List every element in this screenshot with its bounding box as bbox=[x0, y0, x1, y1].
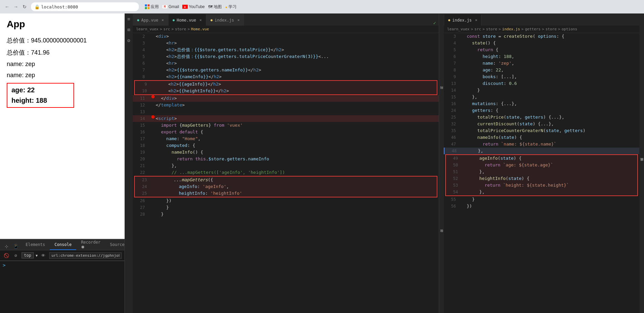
code-line-19: 19 nameInfo() { bbox=[133, 149, 439, 156]
nav-buttons: ← → ↻ bbox=[3, 3, 28, 10]
devtools-toolbar: 🚫 ⊘ top ▼ 👁 bbox=[0, 250, 124, 261]
console-address-input[interactable] bbox=[49, 252, 122, 259]
code-line-27: 27 } bbox=[133, 204, 439, 211]
gmail-label: Gmail bbox=[168, 4, 179, 9]
right-line-50: 50 return `age: ${state.age}` bbox=[446, 162, 637, 168]
right-line-47: 47 return `name: ${state.name}` bbox=[444, 141, 639, 148]
maps-icon: 🗺 bbox=[208, 4, 213, 9]
right-line-9: 9 books: [...], bbox=[444, 73, 639, 80]
right-line-15: 15 }, bbox=[444, 94, 639, 100]
right-line-8: 8 age: 22, bbox=[444, 67, 639, 73]
home-vue-close[interactable]: ✕ bbox=[200, 18, 202, 22]
console-input[interactable] bbox=[7, 263, 122, 268]
sidebar-icon-3[interactable]: ⚙ bbox=[127, 38, 130, 43]
right-line-53: 53 return `height: ${state.height}` bbox=[446, 182, 637, 189]
code-line-26: 26 }) bbox=[133, 197, 439, 204]
index-js-left-close[interactable]: ✕ bbox=[238, 18, 240, 22]
right-line-5: 5 return { bbox=[444, 46, 639, 53]
lock-icon: 🔒 bbox=[34, 4, 40, 9]
clear-console-icon[interactable]: 🚫 bbox=[3, 252, 10, 259]
device-toolbar-icon[interactable]: 📱 bbox=[12, 243, 20, 250]
name-info-2: name: zep bbox=[7, 72, 118, 79]
bookmark-apps[interactable]: 应用 bbox=[145, 4, 159, 10]
height-info: height: 188 bbox=[11, 97, 69, 104]
select-element-icon[interactable]: ⊹ bbox=[3, 243, 10, 250]
total-price-1: 总价值：945.0000000000001 bbox=[7, 36, 118, 44]
refresh-button[interactable]: ↻ bbox=[21, 3, 28, 10]
right-line-46: 46 nameInfo(state) { bbox=[444, 134, 639, 141]
right-editor-tabs: ● index.js ✕ bbox=[444, 13, 639, 26]
main-area: App 总价值：945.0000000000001 总价值：741.96 nam… bbox=[0, 13, 644, 313]
right-line-4: 4 state() { bbox=[444, 40, 639, 46]
learn-label: 学习 bbox=[228, 4, 237, 10]
left-code-editor: ● App.vue ✕ ● Home.vue ✕ ● index.js ✕ ✓ bbox=[133, 13, 439, 313]
breakpoint-14[interactable] bbox=[151, 115, 155, 119]
right-line-51: 51 }, bbox=[446, 168, 637, 175]
tab-recorder[interactable]: Recorder ⏺ bbox=[76, 240, 105, 250]
filter-icon[interactable]: ⊘ bbox=[12, 252, 20, 259]
code-line-25: 25 heightInfo: 'heightInfo' bbox=[135, 190, 437, 197]
app-vue-dot: ● bbox=[137, 18, 139, 22]
preview-panel: App 总价值：945.0000000000001 总价值：741.96 nam… bbox=[0, 13, 125, 313]
code-line-14: 14 <script> bbox=[133, 115, 439, 122]
code-line-24: 24 ageInfo: 'ageInfo', bbox=[135, 183, 437, 190]
code-line-17: 17 name: "Home", bbox=[133, 135, 439, 142]
youtube-label: YouTube bbox=[189, 4, 205, 9]
code-line-7: 7 <h2>{{$store.getters.nameInfo}}</h2> bbox=[133, 67, 439, 73]
code-line-13: 13 bbox=[133, 108, 439, 115]
index-js-right-close[interactable]: ✕ bbox=[475, 18, 478, 22]
maps-label: 地图 bbox=[214, 4, 222, 10]
bookmark-gmail[interactable]: M Gmail bbox=[162, 4, 179, 9]
address-bar[interactable]: 🔒 localhost:8080 bbox=[31, 2, 139, 11]
red-highlight-9-10: 9 <h2>{{ageInfo}}</h2> 10 <h2>{{heightIn… bbox=[134, 80, 437, 95]
code-line-21: 21 }, bbox=[133, 162, 439, 169]
home-vue-dot: ● bbox=[173, 18, 175, 22]
bookmark-maps[interactable]: 🗺 地图 bbox=[208, 4, 222, 10]
forward-button[interactable]: → bbox=[12, 3, 20, 10]
breakpoint-11[interactable] bbox=[151, 95, 155, 98]
app-vue-close[interactable]: ✕ bbox=[162, 18, 164, 22]
console-input-row: > bbox=[0, 261, 124, 269]
code-line-22: 22 // ...mapGetters(['ageInfo', 'heightI… bbox=[133, 169, 439, 176]
code-line-15: 15 import {mapGetters} from 'vuex' bbox=[133, 122, 439, 129]
sidebar-strip: ≡ ⊞ ⚙ bbox=[125, 13, 133, 313]
back-button[interactable]: ← bbox=[3, 3, 11, 10]
code-line-11: 11 </div> bbox=[133, 95, 439, 102]
right-breadcrumb: learn_vuex > src > store > index.js > ge… bbox=[444, 26, 639, 33]
red-box-23-25: 23 ...mapGetters({ 24 ageInfo: 'ageInfo'… bbox=[134, 176, 437, 197]
right-line-13: 13 discount: 0.6 bbox=[444, 80, 639, 87]
tab-index-js-right[interactable]: ● index.js ✕ bbox=[444, 14, 482, 26]
right-line-56: 56 }) bbox=[444, 203, 639, 210]
browser-bar: ← → ↻ 🔒 localhost:8080 应用 M Gmail ▶ YouT… bbox=[0, 0, 644, 13]
top-label[interactable]: top bbox=[22, 252, 34, 258]
youtube-icon: ▶ bbox=[182, 5, 188, 9]
code-line-23: 23 ...mapGetters({ bbox=[135, 177, 437, 183]
bookmark-learn[interactable]: ★ 学习 bbox=[225, 4, 237, 10]
tab-home-vue[interactable]: ● Home.vue ✕ bbox=[168, 14, 206, 26]
right-line-6: 6 height: 188, bbox=[444, 53, 639, 60]
preview-content: App 总价值：945.0000000000001 总价值：741.96 nam… bbox=[0, 13, 124, 239]
code-line-18: 18 computed: { bbox=[133, 142, 439, 149]
apps-label: 应用 bbox=[151, 4, 159, 10]
tab-elements[interactable]: Elements bbox=[21, 240, 50, 250]
right-line-48: 48 }, bbox=[444, 148, 639, 154]
right-code-area[interactable]: 3 const store = createStore( options: { … bbox=[444, 33, 639, 313]
right-line-3: 3 const store = createStore( options: { bbox=[444, 33, 639, 40]
bookmark-youtube[interactable]: ▶ YouTube bbox=[182, 4, 205, 9]
right-line-35: 35 totalPriceCounterGreaterN(state, gett… bbox=[444, 127, 639, 134]
tab-app-vue[interactable]: ● App.vue ✕ bbox=[133, 14, 168, 26]
right-sidebar-labels: 校验模式 bbox=[639, 13, 644, 313]
tab-index-js-left[interactable]: ● index.js ✕ bbox=[206, 14, 244, 26]
left-breadcrumb: learn_vuex > src > store > Home.vue bbox=[133, 26, 439, 33]
right-line-25: 25 totalPrice(state, getters) {...}, bbox=[444, 114, 639, 121]
console-prompt: > bbox=[3, 262, 5, 268]
age-info: age: 22 bbox=[11, 86, 69, 94]
eye-icon[interactable]: 👁 bbox=[40, 252, 47, 259]
sidebar-icon-2[interactable]: ⊞ bbox=[127, 27, 130, 32]
left-code-area[interactable]: 2 <div> 3 <hr> 4 <h2>总价值：{{$store.getter… bbox=[133, 33, 439, 313]
code-line-20: 20 return this.$store.getters.nameInfo bbox=[133, 156, 439, 162]
right-line-49: 49 ageInfo(state) { bbox=[446, 155, 637, 162]
tab-console[interactable]: Console bbox=[50, 240, 76, 250]
sidebar-icon-1[interactable]: ≡ bbox=[127, 16, 130, 22]
age-height-box: age: 22 height: 188 bbox=[7, 83, 74, 108]
